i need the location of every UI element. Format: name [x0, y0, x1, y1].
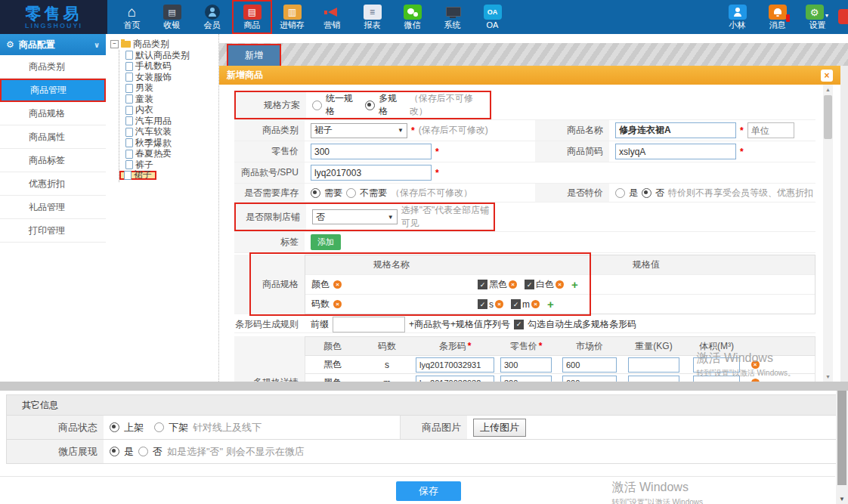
add-spec-value-icon[interactable]: + — [571, 278, 578, 291]
retail-price-input[interactable] — [311, 144, 432, 159]
chevron-down-icon: ∨ — [94, 41, 100, 49]
spu-input[interactable] — [311, 165, 432, 181]
delete-icon[interactable]: × — [333, 300, 342, 308]
radio-weshop-no[interactable] — [138, 447, 148, 456]
category-select[interactable]: 裙子 ▼ — [311, 123, 407, 138]
product-icon: ▤ — [243, 5, 262, 20]
radio-unified-spec[interactable] — [312, 100, 322, 110]
checkbox-m[interactable]: ✓ — [511, 299, 521, 309]
radio-need-stock-yes[interactable] — [311, 188, 320, 198]
tree-item-spring[interactable]: 春夏热卖 — [119, 149, 218, 160]
delete-icon[interactable]: × — [509, 280, 517, 289]
sidebar-item-product-management[interactable]: 商品管理 — [0, 79, 106, 102]
category-tree: − 商品类别 默认商品类别 手机数码 女装服饰 男装 童装 内衣 汽车用品 汽车… — [106, 34, 219, 382]
nav-item-cashier[interactable]: ▤ 收银 — [152, 0, 192, 34]
row-stock-special: 是否需要库存 需要 不需要 （保存后不可修改） 是否特价 是 否 特价则不再享受… — [234, 184, 816, 203]
collapse-icon[interactable]: − — [110, 40, 119, 48]
radio-off-shelf[interactable] — [154, 422, 164, 432]
sidebar-item-category[interactable]: 商品类别 — [0, 55, 106, 79]
retail-price-cell-input[interactable] — [500, 376, 552, 382]
gear-icon: ⚙ — [806, 5, 824, 20]
unit-input[interactable] — [747, 122, 794, 138]
nav-item-home[interactable]: ⌂ 首页 — [112, 0, 152, 34]
sidebar-item-attribute[interactable]: 商品属性 — [0, 125, 106, 149]
scrollbar-thumb[interactable] — [837, 391, 846, 485]
nav-item-user[interactable]: 小林 — [717, 0, 757, 34]
product-name-input[interactable] — [615, 122, 736, 138]
report-icon: ≡ — [364, 5, 382, 20]
spec-name-header: 规格名称 — [305, 258, 478, 271]
checkbox-white[interactable]: ✓ — [525, 280, 534, 289]
market-price-cell-input[interactable] — [562, 376, 617, 382]
nav-item-member[interactable]: 会员 — [192, 0, 232, 34]
nav-item-product[interactable]: ▤ 商品 — [232, 0, 272, 34]
file-icon — [125, 128, 133, 137]
scroll-down-icon[interactable]: ▼ — [836, 496, 848, 502]
retail-price-cell-input[interactable] — [500, 357, 552, 373]
scroll-down-icon[interactable]: ▼ — [823, 372, 833, 382]
file-icon — [125, 62, 133, 71]
radio-multi-spec[interactable] — [365, 100, 375, 110]
limit-store-select[interactable]: 否 ▼ — [312, 209, 398, 224]
tree-item-men[interactable]: 男装 — [119, 83, 218, 94]
inventory-icon: ▥ — [283, 5, 302, 20]
checkbox-black[interactable]: ✓ — [478, 280, 487, 289]
delete-icon[interactable]: × — [333, 280, 342, 289]
weight-cell-input[interactable] — [628, 357, 679, 373]
sidebar-item-tag[interactable]: 商品标签 — [0, 149, 106, 172]
weight-cell-input[interactable] — [628, 376, 679, 382]
radio-on-shelf[interactable] — [110, 422, 119, 432]
nav-item-system[interactable]: 系统 — [432, 0, 472, 34]
folder-icon — [121, 41, 131, 48]
save-button[interactable]: 保存 — [396, 481, 461, 501]
tree-item-kids[interactable]: 童装 — [119, 94, 218, 105]
radio-need-stock-no[interactable] — [346, 188, 356, 198]
nav-item-message[interactable]: 消息 — [757, 0, 797, 34]
scrollbar-thumb[interactable] — [824, 95, 832, 139]
sidebar-item-gift[interactable]: 礼品管理 — [0, 196, 106, 219]
upload-image-button[interactable]: 上传图片 — [473, 419, 526, 437]
add-tag-button[interactable]: 添加 — [311, 234, 341, 250]
page-scrollbar[interactable]: ▼ — [836, 391, 848, 504]
delete-icon[interactable]: × — [556, 280, 564, 289]
row-product-status: 商品状态 上架 下架 针对线上及线下 商品图片 上传图片 — [7, 416, 836, 440]
sidebar-item-print[interactable]: 打印管理 — [0, 219, 106, 243]
tab-new[interactable]: 新增 — [227, 44, 281, 67]
nav-item-wechat[interactable]: 微信 — [392, 0, 432, 34]
short-code-input[interactable] — [615, 144, 736, 159]
delete-icon[interactable]: × — [531, 300, 540, 308]
file-icon — [125, 150, 133, 159]
nav-item-inventory[interactable]: ▥ 进销存 — [272, 0, 312, 34]
nav-item-marketing[interactable]: 营销 — [312, 0, 352, 34]
dropdown-arrow-icon: ▼ — [398, 127, 404, 134]
home-icon: ⌂ — [123, 5, 141, 20]
radio-weshop-yes[interactable] — [110, 447, 119, 456]
barcode-prefix-input[interactable] — [333, 317, 405, 332]
sidebar-item-discount[interactable]: 优惠折扣 — [0, 172, 106, 196]
nav-item-oa[interactable]: OA OA — [472, 0, 512, 34]
close-icon[interactable]: × — [821, 70, 833, 82]
file-icon — [125, 138, 133, 147]
sidebar-header[interactable]: ⚙ 商品配置 ∨ — [0, 34, 106, 55]
annotation-box: 是否限制店铺 否 ▼ 选择"否"代表全部店铺可见 — [234, 203, 495, 231]
barcode-input[interactable] — [416, 376, 494, 382]
checkbox-auto-barcode[interactable]: ✓ — [514, 320, 524, 329]
modal-scrollbar[interactable]: ▲ ▼ — [823, 85, 833, 382]
add-spec-value-icon[interactable]: + — [547, 298, 554, 311]
row-spec-plan: 规格方案 统一规格 多规格 （保存后不可修改） — [234, 91, 816, 120]
barcode-input[interactable] — [416, 357, 494, 373]
delete-icon[interactable]: × — [495, 300, 503, 308]
file-icon — [124, 171, 132, 180]
checkbox-s[interactable]: ✓ — [478, 299, 487, 309]
nav-item-exit[interactable] — [837, 0, 848, 34]
market-price-cell-input[interactable] — [562, 357, 617, 373]
tree-item-skirt[interactable]: 裙子 — [119, 171, 156, 180]
scroll-up-icon[interactable]: ▲ — [823, 85, 833, 94]
radio-special-no[interactable] — [642, 188, 651, 198]
radio-special-yes[interactable] — [615, 188, 625, 198]
sidebar-item-spec[interactable]: 商品规格 — [0, 102, 106, 125]
tree-root[interactable]: − 商品类别 — [106, 39, 218, 50]
nav-item-report[interactable]: ≡ 报表 — [352, 0, 392, 34]
tree-item-women[interactable]: 女装服饰 — [119, 72, 218, 83]
nav-item-settings[interactable]: ⚙ ▼ 设置 — [797, 0, 837, 34]
